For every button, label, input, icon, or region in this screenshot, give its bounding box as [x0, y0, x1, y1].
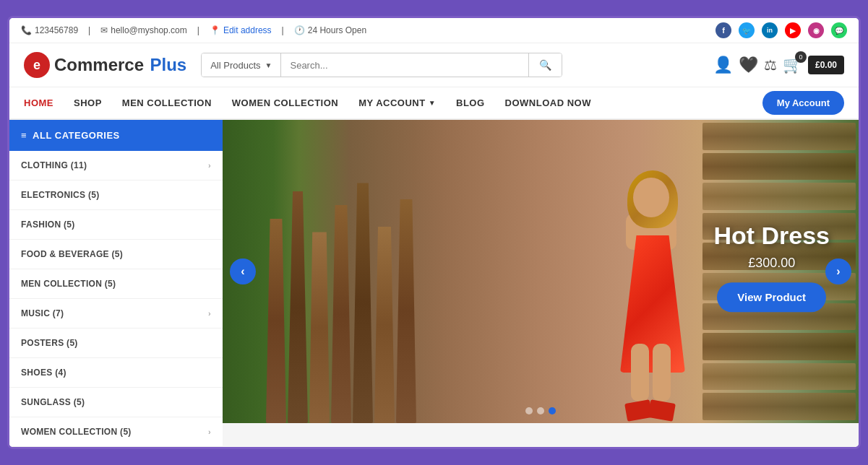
sidebar-header-label: ALL CATEGORIES: [33, 130, 120, 141]
compare-icon[interactable]: ⚖: [764, 56, 777, 74]
cart-price-button[interactable]: £0.00: [808, 56, 844, 74]
sidebar-item-fashion[interactable]: FASHION (5): [9, 210, 223, 240]
logo-text: Commerce: [54, 55, 144, 75]
linkedin-icon[interactable]: in: [762, 22, 778, 38]
user-icon[interactable]: 👤: [713, 56, 733, 74]
sidebar: ≡ ALL CATEGORIES CLOTHING (11) › ELECTRO…: [9, 120, 223, 447]
top-bar: 📞 123456789 | ✉ hello@myshop.com | 📍 Edi…: [9, 18, 859, 43]
nav-item-my-account[interactable]: MY ACCOUNT ▼: [358, 87, 436, 118]
sidebar-item-clothing[interactable]: CLOTHING (11) ›: [9, 151, 223, 181]
nav-item-shop[interactable]: SHOP: [74, 87, 102, 118]
sidebar-item-shoes[interactable]: SHOES (4): [9, 358, 223, 388]
hero-prev-button[interactable]: ‹: [230, 258, 256, 284]
address-info[interactable]: 📍 Edit address: [210, 25, 272, 35]
my-account-button[interactable]: My Account: [762, 91, 844, 115]
top-bar-right: f 🐦 in ▶ ◉ 💬: [716, 22, 847, 38]
whatsapp-icon[interactable]: 💬: [831, 22, 847, 38]
hero-text-area: Hot Dress £300.00 View Product: [713, 222, 830, 312]
wishlist-icon[interactable]: 🖤: [739, 56, 758, 74]
hero-dot-3[interactable]: [549, 407, 556, 414]
hero-background: Hot Dress £300.00 View Product: [223, 120, 859, 423]
main-content: ≡ ALL CATEGORIES CLOTHING (11) › ELECTRO…: [9, 120, 859, 447]
logo-icon: e: [24, 52, 50, 78]
hours-icon: 🕐: [294, 25, 305, 35]
phone-number: 123456789: [35, 25, 78, 35]
search-category-label: All Products: [210, 60, 260, 71]
email-info: ✉ hello@myshop.com: [100, 25, 187, 35]
sidebar-item-electronics[interactable]: ELECTRONICS (5): [9, 181, 223, 210]
logo-plus: Plus: [150, 55, 187, 75]
chevron-down-icon: ▼: [265, 61, 272, 69]
hero-price: £300.00: [713, 256, 830, 271]
separator1: |: [88, 25, 90, 35]
nav-item-men-collection[interactable]: MEN COLLECTION: [122, 87, 212, 118]
nav-item-women-collection[interactable]: WOMEN COLLECTION: [232, 87, 338, 118]
top-bar-left: 📞 123456789 | ✉ hello@myshop.com | 📍 Edi…: [21, 25, 366, 35]
arrow-icon: ›: [208, 161, 211, 170]
sidebar-item-women[interactable]: WOMEN COLLECTION (5) ›: [9, 417, 223, 447]
phone-info: 📞 123456789: [21, 25, 78, 35]
arrow-icon: ›: [208, 427, 211, 436]
sidebar-item-posters[interactable]: POSTERS (5): [9, 329, 223, 358]
hours-label: 24 Hours Open: [308, 25, 366, 35]
nav-item-download[interactable]: DOWNLOAD NOW: [505, 87, 591, 118]
facebook-icon[interactable]: f: [716, 22, 731, 38]
chevron-down-icon-nav: ▼: [429, 99, 436, 107]
logo-letter: e: [33, 58, 40, 73]
sidebar-item-men[interactable]: MEN COLLECTION (5): [9, 269, 223, 299]
nav-item-home[interactable]: HOME: [24, 87, 53, 118]
hero-dots: [525, 407, 556, 414]
separator2: |: [197, 25, 199, 35]
logo[interactable]: e Commerce Plus: [24, 52, 186, 78]
cart-icon[interactable]: 🛒 0: [783, 56, 802, 74]
arrow-icon: ›: [208, 309, 211, 318]
sidebar-item-sunglass[interactable]: SUNGLASS (5): [9, 388, 223, 417]
cart-badge: 0: [795, 51, 807, 63]
separator3: |: [282, 25, 284, 35]
search-category-dropdown[interactable]: All Products ▼: [202, 53, 281, 77]
woman-figure: [606, 163, 714, 423]
view-product-button[interactable]: View Product: [717, 282, 826, 312]
nav-item-blog[interactable]: BLOG: [456, 87, 485, 118]
search-button[interactable]: 🔍: [528, 53, 562, 77]
email-icon: ✉: [100, 25, 108, 35]
hero-title: Hot Dress: [713, 222, 830, 250]
sidebar-item-music[interactable]: MUSIC (7) ›: [9, 299, 223, 329]
categories-icon: ≡: [21, 130, 27, 141]
youtube-icon[interactable]: ▶: [785, 22, 801, 38]
search-bar: All Products ▼ 🔍: [201, 53, 562, 77]
sidebar-item-food[interactable]: FOOD & BEVERAGE (5): [9, 240, 223, 269]
hero-dot-1[interactable]: [525, 407, 533, 414]
phone-icon: 📞: [21, 25, 32, 35]
instagram-icon[interactable]: ◉: [808, 22, 824, 38]
hours-info: 🕐 24 Hours Open: [294, 25, 366, 35]
address-label: Edit address: [223, 25, 272, 35]
sidebar-header: ≡ ALL CATEGORIES: [9, 120, 223, 151]
hero-dot-2[interactable]: [537, 407, 544, 414]
browser-frame: 📞 123456789 | ✉ hello@myshop.com | 📍 Edi…: [7, 16, 861, 449]
fence-area: [266, 150, 533, 423]
header-icons: 👤 🖤 ⚖ 🛒 0 £0.00: [713, 56, 844, 74]
email-address: hello@myshop.com: [111, 25, 187, 35]
header: e Commerce Plus All Products ▼ 🔍 👤 🖤 ⚖ 🛒…: [9, 43, 859, 87]
address-icon: 📍: [210, 25, 220, 35]
hero-slider: Hot Dress £300.00 View Product ‹ ›: [223, 120, 859, 423]
twitter-icon[interactable]: 🐦: [739, 22, 755, 38]
hero-next-button[interactable]: ›: [825, 258, 851, 284]
search-input[interactable]: [281, 53, 528, 77]
navigation: HOME SHOP MEN COLLECTION WOMEN COLLECTIO…: [9, 87, 859, 120]
